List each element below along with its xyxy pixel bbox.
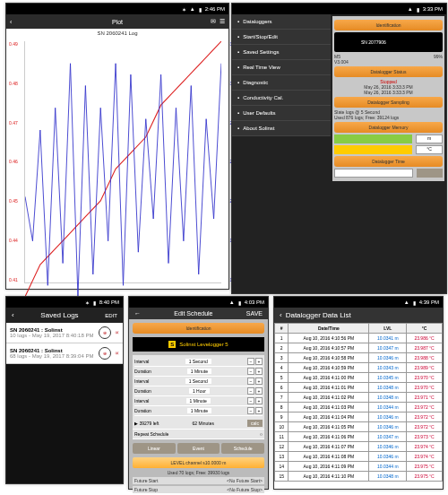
status-bar: ▲ ▮ 3:33 PM [232,4,446,14]
share-icon[interactable]: ∝ [115,350,119,357]
datalist-header: ‹ Datalogger Data List [274,308,443,323]
table-row[interactable]: 14Aug 10, 2016 4:11:09 PM10.0344 m23.975… [275,462,443,472]
status-bar: ▲ ▮ 4:39 PM [274,297,443,308]
menu-item[interactable]: ▪Dataloggers [232,14,331,30]
plot-panel: ✶ ▲ ▮ 2:46 PM ‹ Plot ✉☰ SN 2060241 Log 0… [5,3,229,290]
table-row[interactable]: 15Aug 10, 2016 4:11:10 PM10.0348 m23.975… [275,472,443,482]
plus-button[interactable]: + [255,397,263,404]
schedule-panel: ▲ ▮ 4:03 PM ← Edit Schedule SAVE Identif… [128,296,269,490]
save-button[interactable]: SAVE [246,310,263,317]
table-row[interactable]: 1Aug 10, 2016 4:10:56 PM10.0341 m23.986 … [275,334,443,343]
clock: 8:40 PM [99,300,119,305]
back-icon[interactable]: ‹ [12,311,14,319]
battery-icon: ▮ [238,300,241,306]
minus-button[interactable]: − [247,397,254,404]
sync-button[interactable] [417,169,443,178]
version: V3.004 [334,59,443,65]
repeat-toggle[interactable]: ○ [260,431,263,437]
status-bar: ▲ ▮ 4:03 PM [129,297,268,308]
status-bar-label: Datalogger Status [334,66,443,77]
signal-icon: ▲ [190,6,195,12]
menu-item[interactable]: ▪Diagnostic [232,75,331,91]
battery-icon: ▮ [413,300,416,306]
table-row[interactable]: 4Aug 10, 2016 4:10:59 PM10.0343 m23.989 … [275,363,443,373]
plus-button[interactable]: + [255,358,263,365]
table-row[interactable]: 9Aug 10, 2016 4:11:04 PM10.0346 m23.972 … [275,412,443,422]
minus-button[interactable]: − [247,368,254,375]
battery-icon: ▮ [93,300,96,306]
dltime-bar: Datalogger Time [334,156,443,167]
plot-titlebar: ‹ Plot ✉☰ [6,14,228,29]
menu-item[interactable]: ▪Real Time View [232,60,331,75]
plus-button[interactable]: + [255,407,263,414]
clock: 3:33 PM [423,6,443,12]
logs-info: Used 70 logs; Free: 39930 logs [129,470,268,475]
minus-button[interactable]: − [247,378,254,385]
list-icon[interactable]: ☰ [220,18,225,25]
schedule-row: Interval1 Second−+ [134,377,263,386]
total-mins: 62 Minutes [192,421,213,426]
mode-button[interactable]: Linear [133,443,176,454]
identification-bar: Identification [334,20,443,30]
future-stop-label: Future Stop [134,487,158,492]
plus-button[interactable]: + [255,378,263,385]
identification-bar: Identification [133,323,264,334]
table-row[interactable]: 3Aug 10, 2016 4:10:58 PM10.0346 m23.988 … [275,353,443,363]
minus-button[interactable]: − [247,387,254,395]
log-row[interactable]: SN 2060241 : Solinst68 logs - May 19, 20… [6,343,123,364]
plus-button[interactable]: + [255,368,263,375]
signal-icon: ▲ [229,300,235,305]
logo-icon: S [168,341,176,348]
saved-logs-panel: ✶ ▮ 8:40 PM ‹ Saved Logs EDIT SN 2060241… [5,296,124,484]
future-start-label: Future Start [134,478,158,483]
table-row[interactable]: 8Aug 10, 2016 4:11:03 PM10.0344 m23.972 … [275,403,443,412]
menu-icon: ▪ [237,19,239,24]
table-row[interactable]: 12Aug 10, 2016 4:11:07 PM10.0346 m23.974… [275,442,443,452]
menu-item[interactable]: ▪Start/Stop/Edit [232,30,331,45]
mode-button[interactable]: Schedule [221,443,264,454]
saved-logs-header: ‹ Saved Logs EDIT [6,308,123,323]
back-icon[interactable]: ‹ [10,19,12,25]
menu-item[interactable]: ▪User Defaults [232,106,331,121]
level-channel[interactable]: LEVEL channel s10.0000 m [133,457,264,468]
plus-button[interactable]: + [255,387,263,395]
table-row[interactable]: 2Aug 10, 2016 4:10:57 PM10.0347 m23.987 … [275,343,443,353]
edit-button[interactable]: EDIT [105,313,117,318]
menu-item[interactable]: ▪About Solinst [232,121,331,136]
data-table[interactable]: #Date/TimeLVL°C 1Aug 10, 2016 4:10:56 PM… [274,323,443,482]
minus-button[interactable]: − [247,358,254,365]
table-row[interactable]: 11Aug 10, 2016 4:11:06 PM10.0347 m23.973… [275,432,443,442]
table-row[interactable]: 13Aug 10, 2016 4:11:08 PM10.0346 m23.974… [275,452,443,462]
battery-pct: 99% [434,54,443,59]
future-stop-value[interactable]: <No Future Stop> [227,487,263,492]
menu-item[interactable]: ▪Saved Settings [232,45,331,60]
menu-item[interactable]: ▪Conductivity Cal. [232,91,331,106]
chart-svg [25,41,221,297]
table-row[interactable]: 10Aug 10, 2016 4:11:05 PM10.0346 m23.972… [275,422,443,432]
unit-m[interactable]: m [416,135,443,143]
menu-icon: ▪ [237,95,239,100]
menu-icon: ▪ [237,126,239,131]
saved-logs-title: Saved Logs [40,311,78,319]
log-row[interactable]: SN 2060241 : Solinst10 logs - May 19, 20… [6,323,123,343]
unit-c[interactable]: °C [416,145,443,154]
back-icon[interactable]: ‹ [280,311,282,319]
share-icon[interactable]: ∝ [115,329,119,336]
plot-subtitle: SN 2060241 Log [6,29,228,38]
device-image: SN 2077906 [334,32,443,52]
calc-button[interactable]: calc [247,420,263,427]
status-bar: ✶ ▮ 8:40 PM [6,297,123,308]
mail-icon[interactable]: ✉ [211,18,216,25]
table-row[interactable]: 7Aug 10, 2016 4:11:02 PM10.0348 m23.971 … [275,393,443,403]
minus-button[interactable]: − [247,407,254,414]
table-row[interactable]: 5Aug 10, 2016 4:11:00 PM10.0345 m23.970 … [275,373,443,383]
future-start-value[interactable]: <No Future Start> [227,478,263,483]
plot-area[interactable]: 0.490.480.470.460.450.440.41 36.3632.252… [24,41,221,283]
menu-icon: ▪ [237,49,239,55]
target-icon: ⊕ [99,326,111,339]
col-header: LVL [369,324,407,334]
mode-button[interactable]: Event [177,443,220,454]
table-row[interactable]: 6Aug 10, 2016 4:11:01 PM10.0348 m23.970 … [275,383,443,393]
back-icon[interactable]: ← [134,310,141,317]
settings-panel: ▲ ▮ 3:33 PM ▪Dataloggers▪Start/Stop/Edit… [231,3,447,294]
